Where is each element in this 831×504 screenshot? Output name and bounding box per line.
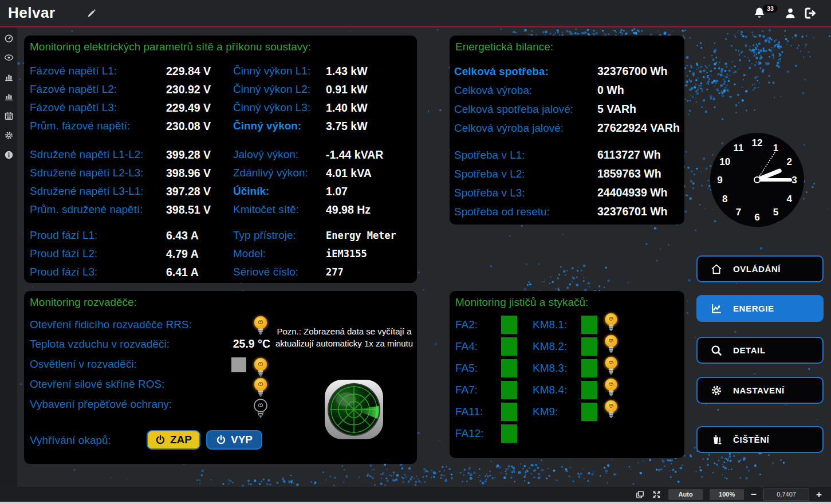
zoom-in-button[interactable]: + bbox=[816, 489, 822, 500]
param-value: 6.43 A bbox=[166, 229, 233, 242]
restore-windows-icon[interactable] bbox=[635, 490, 645, 499]
table-row: Sdružené napětí L2-L3:398.96 VZdánlivý v… bbox=[24, 164, 417, 182]
zap-button[interactable]: ZAP bbox=[147, 430, 200, 450]
panel-title: Monitoring rozvaděče: bbox=[24, 291, 417, 311]
svg-text:8: 8 bbox=[722, 194, 727, 204]
nav-nastaveni-button[interactable]: NASTAVENÍ bbox=[696, 377, 824, 404]
calendar-icon[interactable] bbox=[4, 111, 14, 121]
contactor-label: KM8.1: bbox=[533, 318, 581, 331]
vyp-button[interactable]: VYP bbox=[206, 430, 262, 450]
param-label: Model: bbox=[233, 247, 326, 260]
table-row: FA7: KM8.4: bbox=[450, 379, 684, 401]
param-value: 229.84 V bbox=[166, 65, 233, 78]
table-row: Proud fází L1:6.43 ATyp přístroje:Energy… bbox=[24, 226, 417, 245]
param-value: 1.07 bbox=[326, 185, 417, 198]
nav-detail-button[interactable]: DETAIL bbox=[696, 337, 824, 364]
param-value: 1.43 kW bbox=[326, 65, 417, 78]
breaker-label: FA2: bbox=[455, 318, 501, 331]
contactor-label: KM8.3: bbox=[533, 362, 581, 375]
edit-pencil-icon[interactable] bbox=[86, 7, 97, 19]
zoom-out-button[interactable]: − bbox=[751, 489, 757, 500]
svg-text:5: 5 bbox=[773, 207, 778, 218]
param-value: 230.08 V bbox=[166, 120, 233, 133]
param-label: Celková spotřeba jalové: bbox=[454, 103, 597, 116]
svg-text:6: 6 bbox=[754, 212, 759, 223]
auto-scale-button[interactable]: Auto bbox=[668, 489, 703, 500]
refresh-note: Pozn.: Zobrazená data se vyčítají a aktu… bbox=[275, 325, 413, 349]
param-label: Celková výroba: bbox=[454, 84, 597, 97]
table-row: Celková spotřeba jalové:5 VARh bbox=[450, 100, 684, 119]
param-label: Činný výkon L2: bbox=[233, 83, 326, 96]
param-value: 398.96 V bbox=[166, 167, 233, 180]
header-divider bbox=[0, 26, 831, 27]
param-label: Sdružené napětí L3-L1: bbox=[30, 185, 166, 198]
info-icon[interactable] bbox=[4, 150, 14, 160]
param-value: 0.91 kW bbox=[326, 83, 417, 96]
search-icon bbox=[710, 344, 723, 357]
breaker-label: FA12: bbox=[455, 427, 501, 440]
status-square bbox=[501, 337, 517, 356]
param-label: Proud fází L3: bbox=[30, 266, 166, 278]
breaker-rows: FA2: KM8.1: FA4: KM8.2: FA5: KM8.3: FA7:… bbox=[450, 314, 684, 444]
param-value: 398.51 V bbox=[166, 203, 233, 216]
status-square bbox=[501, 381, 517, 399]
fullscreen-icon[interactable] bbox=[652, 490, 661, 499]
param-label: Fázové napětí L1: bbox=[30, 65, 166, 77]
gear-icon[interactable] bbox=[4, 131, 14, 140]
nav-cisteni-button[interactable]: ČIŠTĚNÍ bbox=[696, 426, 824, 453]
nav-ovladani-button[interactable]: OVLÁDÁNÍ bbox=[696, 255, 824, 282]
eye-icon[interactable] bbox=[4, 53, 14, 62]
status-square bbox=[581, 337, 597, 356]
svg-text:12: 12 bbox=[752, 137, 763, 148]
table-row: FA12: bbox=[450, 423, 684, 444]
status-square bbox=[581, 316, 597, 334]
param-value: 32376701 Wh bbox=[597, 205, 684, 218]
status-square bbox=[501, 403, 517, 421]
radar-icon bbox=[324, 379, 384, 440]
scale-value-field[interactable]: 0,7407 bbox=[763, 489, 809, 501]
bar-chart-icon[interactable] bbox=[4, 92, 14, 101]
param-value: 0 Wh bbox=[597, 84, 684, 97]
param-label: Sériové číslo: bbox=[233, 266, 326, 278]
logout-icon[interactable] bbox=[803, 6, 817, 20]
light-status-square bbox=[231, 357, 246, 372]
status-square bbox=[501, 359, 517, 377]
nav-button-label: DETAIL bbox=[733, 345, 766, 355]
param-value: Energy Meter bbox=[326, 230, 417, 241]
zoom-100-button[interactable]: 100% bbox=[710, 489, 744, 500]
gauge-icon[interactable] bbox=[4, 33, 14, 43]
clean-icon bbox=[710, 434, 723, 446]
table-row: Sdružené napětí L3-L1:397.28 VÚčiník:1.0… bbox=[24, 182, 417, 200]
user-profile-icon[interactable] bbox=[783, 6, 797, 20]
svg-text:2: 2 bbox=[787, 156, 792, 167]
param-label: Celková spotřeba: bbox=[454, 65, 597, 78]
param-label: Spotřeba od resetu: bbox=[454, 206, 597, 218]
param-label: Otevření řidicího rozvaděče RRS: bbox=[30, 318, 192, 331]
nav-energie-button[interactable]: ENERGIE bbox=[696, 295, 824, 322]
param-label: Činný výkon L1: bbox=[233, 65, 326, 77]
cabinet-monitoring-panel: Monitoring rozvaděče: Otevření řidicího … bbox=[24, 291, 417, 464]
param-label: Typ přístroje: bbox=[233, 229, 326, 242]
param-value: -1.44 kVAR bbox=[326, 148, 417, 162]
param-label: Sdružené napětí L2-L3: bbox=[30, 167, 166, 179]
table-row: Fázové napětí L1:229.84 VČinný výkon L1:… bbox=[24, 62, 417, 80]
status-square bbox=[501, 316, 517, 334]
param-label: Spotřeba v L2: bbox=[454, 168, 597, 180]
status-square bbox=[501, 424, 517, 443]
param-value: 27622924 VARh bbox=[597, 121, 684, 135]
table-row: Prům. sdružené napětí:398.51 VKmitočet s… bbox=[24, 200, 417, 219]
table-row: Spotřeba od resetu:32376701 Wh bbox=[450, 202, 684, 221]
breakers-monitoring-panel: Monitoring jističů a stykačů: FA2: KM8.1… bbox=[450, 291, 684, 458]
param-value: 4.79 A bbox=[166, 247, 233, 261]
nav-button-label: ČIŠTĚNÍ bbox=[733, 435, 769, 444]
param-value: 3.75 kW bbox=[326, 120, 417, 133]
param-label: Fázové napětí L2: bbox=[30, 83, 166, 96]
table-row: Sdružené napětí L1-L2:399.28 VJalový výk… bbox=[24, 145, 417, 164]
table-row: FA4: KM8.2: bbox=[450, 336, 684, 357]
table-row: FA11: KM9: bbox=[450, 401, 684, 423]
bar-chart-icon[interactable] bbox=[4, 72, 14, 82]
contactor-label: KM8.2: bbox=[533, 340, 581, 353]
table-row: Fázové napětí L2:230.92 VČinný výkon L2:… bbox=[24, 80, 417, 99]
status-square bbox=[581, 403, 597, 421]
param-value: iEM3155 bbox=[326, 248, 417, 259]
